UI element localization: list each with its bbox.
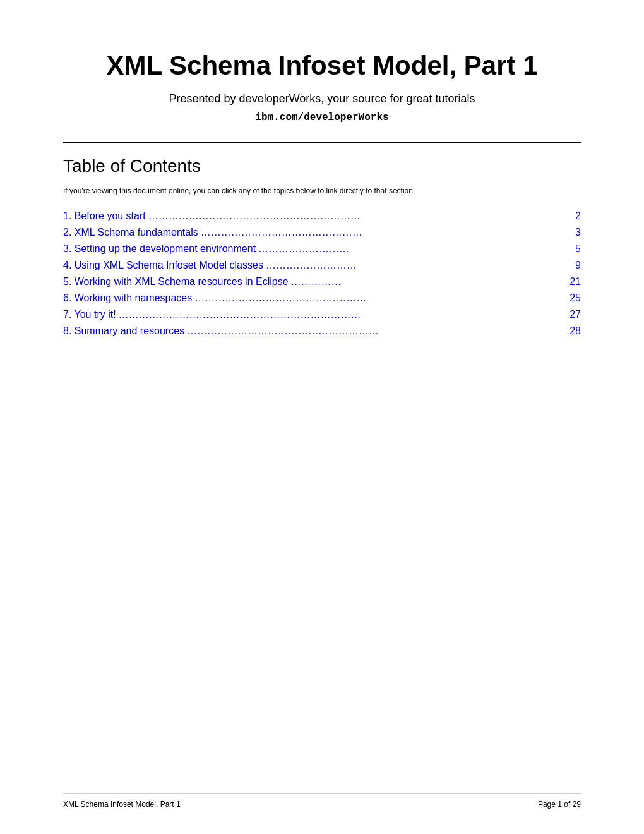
- toc-page-number: 9: [562, 260, 581, 271]
- toc-list: 1. Before you start…………………………………………………………: [63, 210, 581, 337]
- toc-item: 3. Setting up the development environmen…: [63, 243, 581, 255]
- toc-dots: …………………………………………………: [187, 325, 559, 337]
- toc-item: 5. Working with XML Schema resources in …: [63, 276, 581, 287]
- toc-link-8[interactable]: 8. Summary and resources: [63, 325, 184, 337]
- toc-link-4[interactable]: 4. Using XML Schema Infoset Model classe…: [63, 260, 263, 271]
- subtitle: Presented by developerWorks, your source…: [63, 92, 581, 106]
- toc-dots: …………………………………………: [201, 227, 559, 238]
- toc-link-3[interactable]: 3. Setting up the development environmen…: [63, 243, 256, 255]
- page-container: XML Schema Infoset Model, Part 1 Present…: [0, 0, 644, 834]
- toc-page-number: 21: [562, 276, 581, 287]
- toc-dots: ………………………………………………………: [148, 210, 559, 222]
- footer-page: Page 1 of 29: [538, 800, 581, 809]
- toc-page-number: 5: [562, 243, 581, 255]
- toc-link-5[interactable]: 5. Working with XML Schema resources in …: [63, 276, 289, 287]
- title-section: XML Schema Infoset Model, Part 1 Present…: [63, 51, 581, 123]
- toc-page-number: 27: [562, 309, 581, 320]
- toc-dots: ………………………………………………………………: [119, 309, 559, 320]
- footer-title: XML Schema Infoset Model, Part 1: [63, 800, 181, 809]
- toc-page-number: 3: [562, 227, 581, 238]
- toc-section: Table of Contents If you're viewing this…: [63, 156, 581, 337]
- toc-heading: Table of Contents: [63, 156, 581, 176]
- toc-link-1[interactable]: 1. Before you start: [63, 210, 146, 222]
- toc-dots: ………………………: [266, 260, 559, 271]
- toc-dots: ……………………………………………: [194, 293, 559, 304]
- toc-item: 6. Working with namespaces………………………………………: [63, 293, 581, 304]
- toc-item: 4. Using XML Schema Infoset Model classe…: [63, 260, 581, 271]
- toc-link-7[interactable]: 7. You try it!: [63, 309, 116, 320]
- toc-page-number: 28: [562, 325, 581, 337]
- toc-dots: ……………: [291, 276, 559, 287]
- toc-item: 8. Summary and resources……………………………………………: [63, 325, 581, 337]
- toc-link-2[interactable]: 2. XML Schema fundamentals: [63, 227, 198, 238]
- toc-item: 2. XML Schema fundamentals………………………………………: [63, 227, 581, 238]
- ibm-link[interactable]: ibm.com/developerWorks: [63, 112, 581, 123]
- main-title: XML Schema Infoset Model, Part 1: [63, 51, 581, 81]
- toc-description: If you're viewing this document online, …: [63, 186, 581, 195]
- section-divider: [63, 142, 581, 143]
- toc-item: 7. You try it!………………………………………………………………27: [63, 309, 581, 320]
- toc-item: 1. Before you start…………………………………………………………: [63, 210, 581, 222]
- toc-page-number: 25: [562, 293, 581, 304]
- page-footer: XML Schema Infoset Model, Part 1 Page 1 …: [63, 793, 581, 809]
- toc-link-6[interactable]: 6. Working with namespaces: [63, 293, 192, 304]
- toc-page-number: 2: [562, 210, 581, 222]
- toc-dots: ………………………: [258, 243, 559, 255]
